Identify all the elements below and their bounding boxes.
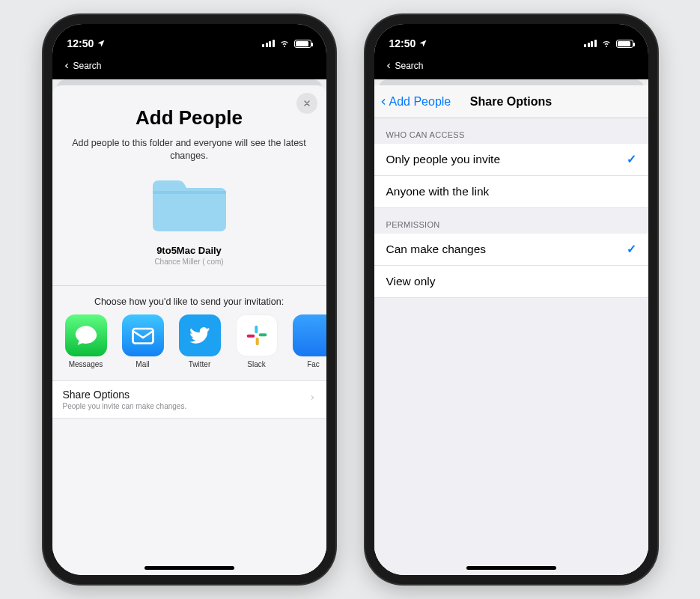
app-label: Twitter — [177, 360, 223, 368]
row-label: Anyone with the link — [386, 185, 490, 198]
checkmark-icon: ✓ — [627, 153, 636, 166]
screen-add-people: 12:50 Search Add People — [52, 24, 326, 575]
settings-list: WHO CAN ACCESS Only people you invite ✓ … — [374, 118, 648, 575]
breadcrumb-label: Search — [73, 61, 102, 71]
row-label: Can make changes — [386, 243, 487, 256]
svg-rect-4 — [246, 334, 255, 337]
status-time: 12:50 — [67, 37, 94, 49]
modal-sheet: Add People Share Options WHO CAN ACCESS … — [374, 85, 648, 575]
nav-bar: Add People Share Options — [374, 85, 648, 118]
share-options-row[interactable]: Share Options People you invite can make… — [52, 380, 326, 419]
breadcrumb-label: Search — [395, 61, 424, 71]
notch — [126, 24, 253, 43]
row-label: Only people you invite — [386, 153, 501, 166]
share-app-twitter[interactable]: Twitter — [177, 314, 223, 368]
app-label: Slack — [234, 360, 280, 368]
share-options-title: Share Options — [63, 389, 187, 401]
page-subtitle: Add people to this folder and everyone w… — [72, 137, 307, 162]
row-anyone-link[interactable]: Anyone with the link — [374, 176, 648, 208]
phone-frame-left: 12:50 Search Add People — [43, 15, 335, 584]
battery-icon — [294, 40, 311, 48]
row-view-only[interactable]: View only — [374, 266, 648, 298]
location-icon — [419, 39, 427, 48]
mail-icon — [130, 322, 156, 349]
share-app-messages[interactable]: Messages — [63, 314, 109, 368]
row-only-invited[interactable]: Only people you invite ✓ — [374, 144, 648, 176]
status-time: 12:50 — [389, 37, 416, 49]
chevron-left-icon — [63, 61, 70, 70]
group-header-permission: PERMISSION — [374, 208, 648, 234]
nav-title: Share Options — [374, 95, 648, 109]
app-label: Fac — [290, 360, 326, 368]
row-label: View only — [386, 275, 436, 288]
location-icon — [97, 39, 106, 48]
choose-label: Choose how you'd like to send your invit… — [52, 286, 326, 314]
wifi-icon — [279, 39, 290, 48]
screen-share-options: 12:50 Search Add People — [374, 24, 648, 575]
signal-icon — [584, 40, 597, 47]
phone-frame-right: 12:50 Search Add People — [365, 15, 657, 584]
checkmark-icon: ✓ — [627, 243, 636, 256]
share-options-subtitle: People you invite can make changes. — [63, 402, 187, 410]
home-indicator[interactable] — [144, 566, 234, 570]
chevron-right-icon — [309, 392, 316, 406]
battery-icon — [616, 40, 633, 48]
notch — [448, 24, 575, 43]
signal-icon — [262, 40, 275, 47]
chevron-left-icon — [385, 61, 392, 70]
folder-icon — [148, 173, 231, 234]
share-app-partial[interactable]: Fac — [290, 314, 326, 368]
folder-name: 9to5Mac Daily — [72, 245, 307, 256]
modal-sheet: Add People Add people to this folder and… — [52, 85, 326, 575]
group-header-access: WHO CAN ACCESS — [374, 118, 648, 144]
close-icon — [302, 99, 311, 108]
breadcrumb-back[interactable]: Search — [374, 57, 648, 79]
svg-rect-0 — [133, 329, 153, 344]
folder-owner: Chance Miller ( com) — [72, 258, 307, 266]
twitter-icon — [188, 323, 212, 347]
app-label: Mail — [120, 360, 166, 368]
share-app-mail[interactable]: Mail — [120, 314, 166, 368]
app-label: Messages — [63, 360, 109, 368]
breadcrumb-back[interactable]: Search — [52, 57, 326, 79]
messages-icon — [73, 323, 99, 348]
svg-rect-2 — [258, 333, 267, 336]
svg-rect-3 — [255, 337, 258, 345]
row-can-make-changes[interactable]: Can make changes ✓ — [374, 234, 648, 266]
share-apps-row[interactable]: Messages Mail Twitter — [52, 314, 326, 376]
wifi-icon — [600, 39, 612, 48]
svg-rect-1 — [255, 325, 258, 333]
page-title: Add People — [72, 106, 307, 130]
slack-icon — [245, 323, 269, 347]
close-button[interactable] — [296, 93, 317, 114]
share-app-slack[interactable]: Slack — [234, 314, 280, 368]
home-indicator[interactable] — [466, 566, 556, 570]
